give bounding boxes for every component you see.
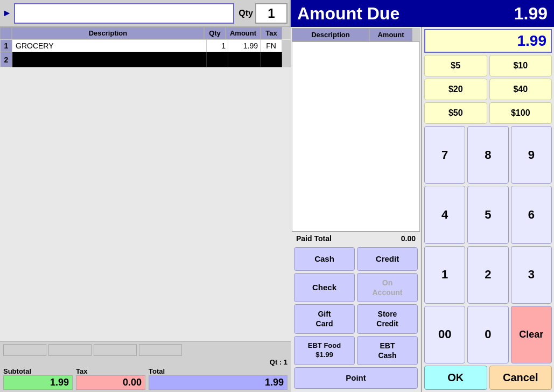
quick-20-button[interactable]: $20 xyxy=(424,79,487,100)
col-tax: Tax xyxy=(261,27,282,39)
num-9-button[interactable]: 9 xyxy=(511,126,552,184)
check-button[interactable]: Check xyxy=(294,273,355,302)
quick-50-button[interactable]: $50 xyxy=(424,102,487,124)
total-label: Total xyxy=(149,367,287,375)
ebt-food-button[interactable]: EBT Food$1.99 xyxy=(294,336,355,365)
row-num: 2 xyxy=(1,52,12,67)
clear-button[interactable]: Clear xyxy=(511,306,552,363)
paid-total-value: 0.00 xyxy=(401,234,416,243)
quick-5-button[interactable]: $5 xyxy=(424,55,487,76)
payment-col-description: Description xyxy=(292,28,369,41)
amount-display: 1.99 xyxy=(424,29,552,53)
table-row[interactable]: 1 GROCERY 1 1.99 FN xyxy=(1,40,291,52)
qt-label: Qt : 1 xyxy=(3,358,287,366)
row-tax: FN xyxy=(261,40,282,52)
cash-button[interactable]: Cash xyxy=(294,247,355,271)
small-box-3 xyxy=(94,344,137,356)
paid-total-label: Paid Total xyxy=(296,234,332,243)
ok-button[interactable]: OK xyxy=(424,366,487,390)
subtotal-label: Subtotal xyxy=(3,367,73,375)
small-box-4 xyxy=(139,344,182,356)
num-00-button[interactable]: 00 xyxy=(424,306,465,363)
ebt-cash-button[interactable]: EBTCash xyxy=(357,336,418,365)
total-value: 1.99 xyxy=(149,375,287,390)
small-box-1 xyxy=(3,344,46,356)
row-amount: 1.99 xyxy=(228,40,261,52)
scroll-cell xyxy=(282,52,291,67)
num-0-button[interactable]: 0 xyxy=(467,306,508,363)
row-qty xyxy=(207,52,228,67)
num-7-button[interactable]: 7 xyxy=(424,126,465,184)
gift-card-button[interactable]: GiftCard xyxy=(294,304,355,333)
col-qty: Qty xyxy=(204,27,226,39)
num-2-button[interactable]: 2 xyxy=(467,246,508,304)
on-account-button[interactable]: OnAccount xyxy=(357,273,418,302)
cancel-button[interactable]: Cancel xyxy=(489,366,552,390)
tax-value: 0.00 xyxy=(76,375,145,390)
payment-list xyxy=(292,41,420,232)
item-search-input[interactable] xyxy=(14,3,235,24)
subtotal-value: 1.99 xyxy=(3,375,73,390)
qty-label: Qty xyxy=(239,9,253,18)
row-description: GROCERY xyxy=(12,40,207,52)
point-button[interactable]: Point xyxy=(294,367,418,389)
scroll-cell xyxy=(282,40,291,52)
row-num: 1 xyxy=(1,40,12,52)
quick-100-button[interactable]: $100 xyxy=(489,102,552,124)
quick-40-button[interactable]: $40 xyxy=(489,79,552,100)
row-qty: 1 xyxy=(207,40,228,52)
amount-due-label: Amount Due xyxy=(297,4,399,24)
table-row[interactable]: 2 xyxy=(1,52,291,67)
row-amount xyxy=(228,52,261,67)
num-5-button[interactable]: 5 xyxy=(467,186,508,243)
amount-due-value: 1.99 xyxy=(514,4,548,24)
row-tax xyxy=(261,52,282,67)
num-1-button[interactable]: 1 xyxy=(424,246,465,304)
num-4-button[interactable]: 4 xyxy=(424,186,465,243)
small-box-2 xyxy=(48,344,92,356)
tax-label: Tax xyxy=(76,367,145,375)
num-3-button[interactable]: 3 xyxy=(511,246,552,304)
payment-col-amount: Amount xyxy=(369,28,412,41)
col-description: Description xyxy=(12,27,204,39)
store-credit-button[interactable]: StoreCredit xyxy=(357,304,418,333)
credit-button[interactable]: Credit xyxy=(357,247,418,271)
row-description xyxy=(12,52,207,67)
col-num xyxy=(0,27,12,39)
num-6-button[interactable]: 6 xyxy=(511,186,552,243)
col-amount: Amount xyxy=(226,27,261,39)
num-8-button[interactable]: 8 xyxy=(467,126,508,184)
qty-display: 1 xyxy=(255,3,287,24)
quick-10-button[interactable]: $10 xyxy=(489,55,552,76)
